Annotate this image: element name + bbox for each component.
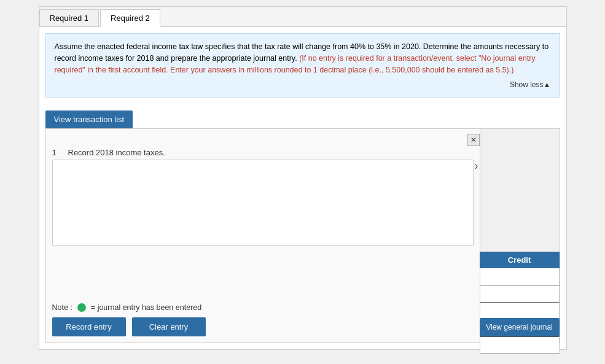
note-prefix: Note : bbox=[52, 303, 72, 312]
record-entry-button[interactable]: Record entry bbox=[52, 317, 126, 336]
tab-required2[interactable]: Required 2 bbox=[100, 9, 160, 27]
clear-entry-button[interactable]: Clear entry bbox=[132, 317, 206, 336]
tabs-container: Required 1 Required 2 bbox=[39, 7, 566, 27]
credit-section: Credit bbox=[480, 252, 560, 354]
record-number: 1 bbox=[52, 148, 62, 157]
journal-entry-area[interactable] bbox=[52, 160, 474, 246]
right-panel: Credit bbox=[480, 129, 560, 343]
credit-row-2[interactable] bbox=[480, 285, 560, 303]
journal-area: ✕ › 1 Record 2018 income taxes. ✎ Credit bbox=[45, 128, 560, 343]
view-general-journal-container: View general journal bbox=[480, 318, 560, 336]
main-container: Required 1 Required 2 Assume the enacted… bbox=[39, 6, 567, 350]
view-general-journal-button[interactable]: View general journal bbox=[480, 318, 560, 336]
credit-row-3[interactable] bbox=[480, 303, 560, 320]
show-less-link[interactable]: Show less▲ bbox=[510, 80, 551, 89]
record-label: Record 2018 income taxes. bbox=[68, 148, 540, 157]
view-transaction-list-button[interactable]: View transaction list bbox=[45, 110, 133, 128]
note-row: Note : = journal entry has been entered bbox=[52, 303, 202, 312]
note-text: = journal entry has been entered bbox=[91, 303, 201, 312]
close-button[interactable]: ✕ bbox=[467, 134, 480, 146]
credit-header: Credit bbox=[480, 252, 560, 268]
credit-row-5[interactable] bbox=[480, 337, 560, 354]
credit-row-1[interactable] bbox=[480, 268, 560, 285]
green-dot-icon bbox=[77, 303, 86, 312]
info-box: Assume the enacted federal income tax la… bbox=[45, 33, 560, 98]
chevron-right-icon[interactable]: › bbox=[475, 160, 478, 172]
credit-rows bbox=[480, 268, 560, 354]
bottom-buttons: Record entry Clear entry bbox=[52, 317, 206, 336]
tab-required1[interactable]: Required 1 bbox=[39, 9, 100, 26]
